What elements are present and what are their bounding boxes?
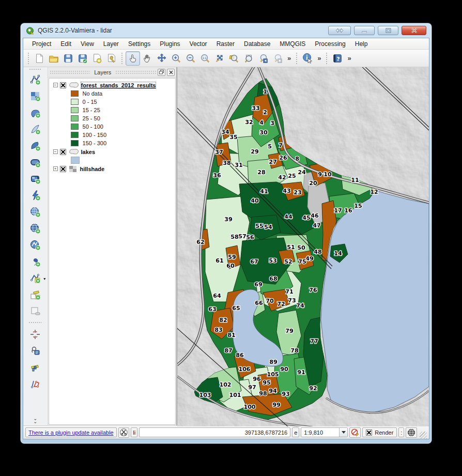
lidar-crosshair-button[interactable] xyxy=(27,327,43,342)
toolbar-grip[interactable] xyxy=(121,52,124,65)
legend-item[interactable]: 25 - 50 xyxy=(50,114,174,122)
menu-item-mmqgis[interactable]: MMQGIS xyxy=(275,39,310,49)
scale-dropdown-button[interactable] xyxy=(339,428,347,437)
menu-item-settings[interactable]: Settings xyxy=(124,39,155,49)
panel-float-button[interactable] xyxy=(158,69,165,76)
add-delimited-text-layer-button[interactable] xyxy=(27,254,43,269)
expand-toggle[interactable]: + xyxy=(53,166,58,171)
new-project-button[interactable] xyxy=(32,51,47,66)
topology-tool-button[interactable] xyxy=(27,377,43,391)
scale-combobox[interactable]: 1:9,810 xyxy=(301,427,348,437)
menu-item-database[interactable]: Database xyxy=(239,39,275,49)
zoom-native-resolution-button[interactable]: 1:1 xyxy=(198,51,212,66)
layer-row-hillshade[interactable]: + hillshade xyxy=(50,164,174,173)
plugin-update-box[interactable]: There is a plugin update available xyxy=(25,427,117,437)
stop-rendering-button[interactable] xyxy=(349,427,361,438)
render-checkbox-group[interactable]: Render xyxy=(362,427,397,437)
open-project-button[interactable] xyxy=(47,51,61,66)
add-wms-layer-button[interactable] xyxy=(27,172,43,186)
add-postgis-layer-button[interactable] xyxy=(27,105,43,120)
toolbar-grip[interactable] xyxy=(326,52,328,65)
legend-item[interactable]: No data xyxy=(50,89,174,98)
menu-item-plugins[interactable]: Plugins xyxy=(155,39,184,49)
layer-row-forest-stands[interactable]: − forest_stands_2012_results xyxy=(50,81,174,89)
menu-item-processing[interactable]: Processing xyxy=(310,39,350,49)
close-button[interactable] xyxy=(402,26,426,35)
menu-item-edit[interactable]: Edit xyxy=(56,39,76,49)
add-raster-layer-button[interactable] xyxy=(27,89,43,103)
new-gpx-layer-button[interactable] xyxy=(27,287,43,302)
layers-panel-header[interactable]: Layers xyxy=(48,67,176,78)
window-resize-button[interactable] xyxy=(328,26,351,35)
legend-item[interactable]: 100 - 150 xyxy=(50,131,174,139)
lidar-cable-tool-button[interactable] xyxy=(27,360,43,375)
title-bar[interactable]: QGIS 2.2.0-Valmiera - lidar xyxy=(23,23,429,38)
add-spatialite-layer-button[interactable] xyxy=(27,122,43,136)
menu-item-view[interactable]: View xyxy=(76,39,99,49)
identify-features-button[interactable] xyxy=(300,51,315,66)
dropdown-caret-icon[interactable]: ▾ xyxy=(43,277,45,281)
lakes-legend-row[interactable] xyxy=(50,156,174,164)
composer-manager-button[interactable] xyxy=(104,51,119,66)
zoom-next-button[interactable] xyxy=(270,51,285,66)
add-mssql-layer-button[interactable] xyxy=(27,139,43,153)
lidar-clamp-tool-button[interactable] xyxy=(27,344,43,358)
toolbar-overflow-button[interactable]: » xyxy=(285,54,294,62)
crs-status-button[interactable] xyxy=(406,427,417,438)
legend-item[interactable]: 0 - 15 xyxy=(50,98,174,106)
toolbar-grip[interactable] xyxy=(27,52,30,65)
spatialite-feather-icon xyxy=(29,124,41,135)
save-project-as-button[interactable] xyxy=(75,51,90,66)
menu-item-layer[interactable]: Layer xyxy=(99,39,124,49)
resize-grip[interactable] xyxy=(420,432,427,439)
collapse-toggle[interactable]: − xyxy=(53,83,58,87)
add-ows-layer-button[interactable] xyxy=(27,205,43,219)
pan-map-button[interactable] xyxy=(140,51,155,66)
save-project-button[interactable] xyxy=(61,51,75,66)
add-wcs-layer-button[interactable] xyxy=(27,188,43,203)
menu-item-raster[interactable]: Raster xyxy=(212,39,239,49)
new-shapefile-layer-button[interactable]: ▾ xyxy=(27,271,43,285)
layer-visibility-checkbox[interactable] xyxy=(60,149,66,155)
plugin-icon-button[interactable] xyxy=(118,427,130,438)
layer-visibility-checkbox[interactable] xyxy=(60,82,66,88)
stand-label-82: 82 xyxy=(219,317,227,324)
new-composer-button[interactable] xyxy=(90,51,104,66)
legend-item[interactable]: 150 - 300 xyxy=(50,139,174,147)
add-vector-layer-button[interactable] xyxy=(27,72,43,87)
menu-item-project[interactable]: Project xyxy=(27,39,56,49)
touch-zoom-pan-button[interactable] xyxy=(126,51,140,66)
layer-visibility-checkbox[interactable] xyxy=(60,166,66,172)
maximize-button[interactable] xyxy=(378,26,398,35)
collapse-toggle[interactable]: − xyxy=(53,149,58,154)
zoom-last-button[interactable] xyxy=(256,51,270,66)
render-checkbox[interactable] xyxy=(366,429,372,436)
menu-item-vector[interactable]: Vector xyxy=(185,39,212,49)
legend-item[interactable]: 15 - 25 xyxy=(50,106,174,114)
zoom-out-button[interactable] xyxy=(183,51,198,66)
coordinate-input[interactable]: 397138,6787216 xyxy=(139,427,290,437)
zoom-in-button[interactable] xyxy=(169,51,183,66)
zoom-full-extent-button[interactable] xyxy=(212,51,227,66)
pan-to-selection-button[interactable] xyxy=(155,51,169,66)
stand-label-37: 37 xyxy=(215,149,223,156)
remove-layer-button[interactable] xyxy=(27,304,43,318)
minimize-button[interactable] xyxy=(354,26,375,35)
toolbar-overflow-button[interactable]: » xyxy=(345,54,353,62)
panel-close-button[interactable] xyxy=(167,69,175,76)
toolbar-grip[interactable] xyxy=(296,52,298,65)
zoom-to-layer-button[interactable] xyxy=(227,51,241,66)
add-wfs-layer-button[interactable] xyxy=(27,221,43,236)
legend-item[interactable]: 50 - 100 xyxy=(50,122,174,131)
layer-row-lakes[interactable]: − lakes xyxy=(50,147,174,156)
toolbar-overflow-button[interactable]: » xyxy=(315,54,324,62)
plugin-update-link[interactable]: There is a plugin update available xyxy=(28,429,114,436)
add-wfs-vector-layer-button[interactable] xyxy=(27,238,43,252)
map-canvas[interactable]: 1234578910111214151617202324252627282930… xyxy=(177,67,429,425)
help-button[interactable]: ? xyxy=(330,51,345,66)
toolbar-overflow-chevron[interactable]: ⌄⌄ xyxy=(33,417,37,423)
toolbar-grip[interactable] xyxy=(29,68,41,71)
add-oracle-layer-button[interactable] xyxy=(27,155,43,170)
zoom-to-selection-button[interactable] xyxy=(241,51,256,66)
menu-item-help[interactable]: Help xyxy=(350,39,373,49)
